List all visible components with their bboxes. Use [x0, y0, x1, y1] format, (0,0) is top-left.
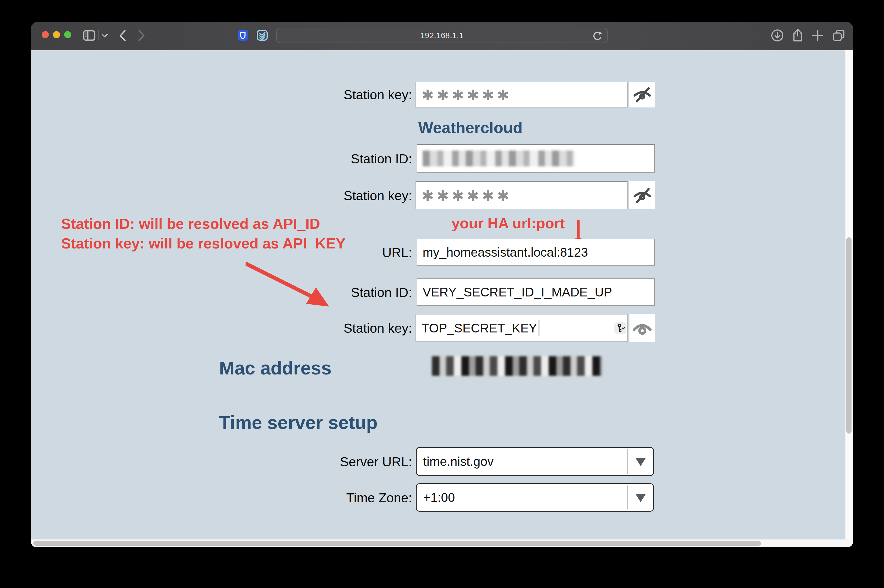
- ha-hide-password-button[interactable]: [629, 314, 655, 342]
- ha-url-value: my_homeassistant.local:8123: [423, 245, 588, 260]
- time-zone-value: +1:00: [423, 490, 455, 505]
- server-url-select[interactable]: time.nist.gov: [416, 447, 654, 476]
- ha-station-id-input[interactable]: VERY_SECRET_ID_I_MADE_UP: [417, 279, 655, 306]
- eye-slash-icon: [633, 186, 651, 204]
- forward-icon[interactable]: [138, 30, 146, 42]
- browser-toolbar: 192.168.1.1: [31, 22, 853, 50]
- page-content: Station key: ✱✱✱✱✱✱ Weathercloud Station…: [31, 50, 845, 540]
- masked-password-text: ✱✱✱✱✱✱: [422, 86, 512, 104]
- dropdown-arrow-icon: [635, 494, 646, 502]
- time-zone-select[interactable]: +1:00: [416, 483, 654, 512]
- address-text: 192.168.1.1: [420, 31, 464, 40]
- vertical-scrollbar-thumb[interactable]: [846, 237, 851, 434]
- reload-icon[interactable]: [593, 31, 602, 41]
- weathercloud-heading: Weathercloud: [418, 118, 522, 136]
- wu-show-password-button[interactable]: [629, 82, 655, 108]
- redacted-station-id-value: [423, 150, 575, 166]
- ha-url-input[interactable]: my_homeassistant.local:8123: [417, 238, 655, 266]
- eye-slash-icon: [633, 86, 651, 104]
- ha-station-key-value: TOP_SECRET_KEY: [422, 321, 537, 336]
- select-divider: [627, 486, 628, 510]
- password-autofill-button[interactable]: [614, 322, 626, 334]
- back-icon[interactable]: [119, 30, 127, 42]
- vertical-scrollbar-track[interactable]: [845, 50, 853, 540]
- eye-icon: [633, 318, 652, 338]
- dropdown-arrow-icon: [635, 458, 646, 466]
- chevrons-extension-icon[interactable]: [257, 30, 268, 40]
- horizontal-scrollbar-thumb[interactable]: [33, 541, 761, 546]
- new-tab-icon[interactable]: [812, 30, 824, 42]
- select-divider: [627, 449, 628, 474]
- minimize-window-button[interactable]: [53, 31, 60, 38]
- toolbar-divider: [98, 30, 99, 40]
- wu-station-key-label: Station key:: [219, 87, 412, 102]
- fullscreen-window-button[interactable]: [64, 31, 71, 38]
- wc-station-id-label: Station ID:: [219, 152, 412, 166]
- key-icon: [615, 323, 625, 333]
- wc-show-password-button[interactable]: [629, 182, 655, 209]
- wc-station-key-input[interactable]: ✱✱✱✱✱✱: [416, 182, 627, 209]
- chevron-down-icon[interactable]: [102, 33, 108, 38]
- address-bar[interactable]: 192.168.1.1: [276, 28, 608, 43]
- ha-station-id-value: VERY_SECRET_ID_I_MADE_UP: [423, 285, 612, 300]
- server-url-value: time.nist.gov: [423, 454, 494, 469]
- wu-station-key-input[interactable]: ✱✱✱✱✱✱: [416, 82, 627, 108]
- ha-station-id-label: Station ID:: [219, 285, 412, 300]
- server-url-label: Server URL:: [219, 454, 412, 470]
- download-icon[interactable]: [771, 29, 784, 42]
- wc-station-key-label: Station key:: [219, 188, 412, 203]
- masked-password-text: ✱✱✱✱✱✱: [422, 186, 512, 204]
- resolve-annotation-line1: Station ID: will be resolved as API_ID: [61, 214, 345, 234]
- mac-address-heading: Mac address: [219, 357, 332, 378]
- text-cursor: [539, 320, 539, 336]
- sidebar-icon[interactable]: [83, 30, 96, 41]
- safari-window: 192.168.1.1: [31, 22, 853, 547]
- wc-station-id-input[interactable]: [417, 144, 655, 172]
- share-icon[interactable]: [791, 28, 804, 42]
- ha-url-annotation: your HA url:port: [452, 213, 565, 233]
- time-zone-label: Time Zone:: [219, 490, 412, 506]
- ha-url-label: URL:: [219, 245, 412, 260]
- tab-overview-icon[interactable]: [832, 29, 845, 42]
- ha-station-key-label: Station key:: [219, 321, 412, 336]
- bitwarden-shield-icon[interactable]: [238, 30, 248, 40]
- redacted-mac-address-value: [432, 356, 602, 376]
- ha-station-key-input[interactable]: TOP_SECRET_KEY: [416, 314, 627, 342]
- close-window-button[interactable]: [42, 31, 49, 38]
- time-server-heading: Time server setup: [219, 412, 378, 433]
